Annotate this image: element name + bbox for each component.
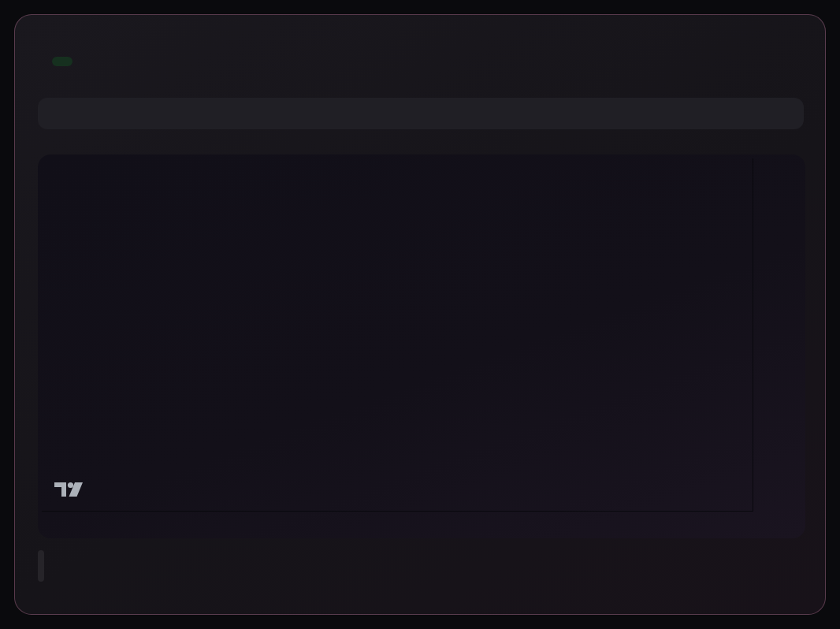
price-row xyxy=(39,44,81,79)
chart-panel xyxy=(38,154,805,538)
chart-plot-area[interactable] xyxy=(42,158,753,512)
timeframe-selector xyxy=(38,98,804,129)
page-background xyxy=(0,0,840,629)
price-card xyxy=(14,14,826,615)
chart-style-toggle xyxy=(38,550,44,582)
current-price-tag xyxy=(755,154,797,173)
price-line-chart xyxy=(42,158,753,512)
card-header xyxy=(15,15,825,79)
price-axis[interactable] xyxy=(753,154,805,538)
tradingview-logo-icon[interactable] xyxy=(53,481,84,500)
current-price-block xyxy=(39,37,81,79)
time-axis[interactable] xyxy=(42,512,753,538)
price-change-badge xyxy=(52,57,72,66)
